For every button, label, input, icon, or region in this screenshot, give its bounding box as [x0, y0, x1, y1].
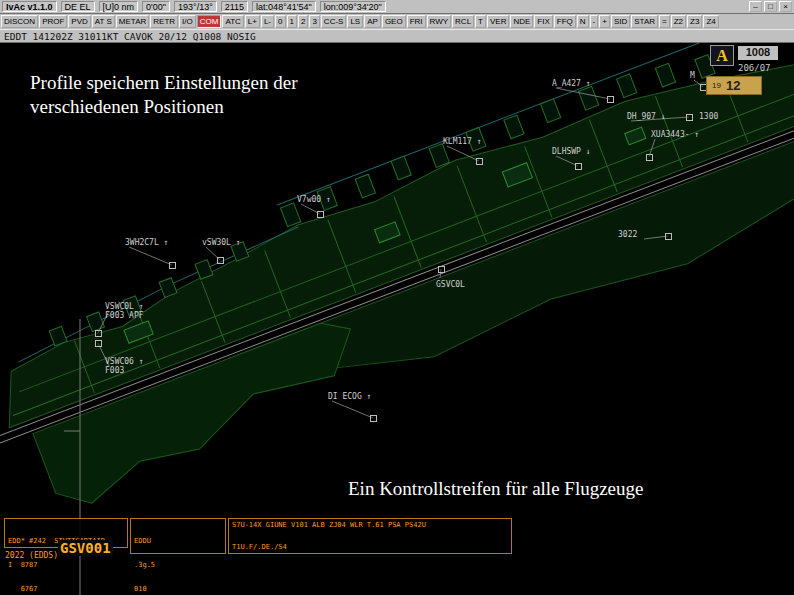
aircraft-label[interactable]: A_A427 ↑: [552, 79, 591, 88]
atis-letter[interactable]: A: [710, 45, 734, 66]
longitude-readout: lon:009°34'20": [320, 1, 386, 12]
aircraft-target[interactable]: [646, 154, 653, 161]
close-button[interactable]: ×: [779, 1, 792, 12]
aircraft-label[interactable]: KLM117 ↑: [443, 137, 482, 146]
aircraft-label[interactable]: VSWC06 ↑F003: [105, 357, 144, 375]
aircraft-target[interactable]: [370, 415, 377, 422]
atis-wind-readout: 206/07: [738, 63, 771, 73]
aircraft-target[interactable]: [607, 96, 614, 103]
aircraft-target[interactable]: [169, 262, 176, 269]
clock-readout: 2115: [221, 1, 248, 12]
toolbar-button-ffq[interactable]: FFQ: [554, 15, 576, 28]
aircraft-label[interactable]: V7w00 ↑: [297, 195, 331, 204]
annotation-profile-line1: Profile speichern Einstellungen der: [30, 71, 298, 95]
strip-route-line: S7U-14X GIUNE V101 ALB ZJ04 WLR T.61 PSA…: [232, 521, 508, 529]
toolbar-button-prof[interactable]: PROF: [39, 15, 67, 28]
aircraft-target[interactable]: [217, 257, 224, 264]
toolbar-button-rwy[interactable]: RWY: [427, 15, 452, 28]
metar-bar: EDDT 141202Z 31011KT CAVOK 20/12 Q1008 N…: [0, 29, 794, 43]
annotation-strip: Ein Kontrollstreifen für alle Flugzeuge: [348, 477, 643, 501]
toolbar-button-atc[interactable]: ATC: [222, 15, 243, 28]
toolbar-button-pvd[interactable]: PVD: [68, 15, 90, 28]
toolbar-button-nde[interactable]: NDE: [510, 15, 533, 28]
runway-temp-box: 19 12: [706, 76, 762, 95]
strip-squawk-readout: 2022 (EDDS): [5, 551, 58, 560]
toolbar-button-z2[interactable]: Z2: [671, 15, 686, 28]
aircraft-target[interactable]: [438, 266, 445, 273]
toolbar-button-z4[interactable]: Z4: [703, 15, 718, 28]
toolbar-button-com[interactable]: COM: [197, 15, 222, 28]
toolbar-button-ap[interactable]: AP: [364, 15, 381, 28]
strip-remarks-line: T1U.F/.DE./S4: [232, 543, 508, 551]
minimize-button[interactable]: –: [749, 1, 762, 12]
annotation-profile-line2: verschiedenen Positionen: [30, 95, 298, 119]
range-readout: [U]0 nm: [99, 1, 139, 12]
maximize-button[interactable]: □: [764, 1, 777, 12]
selected-callsign[interactable]: GSV001: [58, 540, 113, 556]
window-controls: – □ ×: [749, 1, 792, 12]
radar-area[interactable]: A 1008 206/07 19 12 Profile speichern Ei…: [0, 43, 794, 595]
timer-readout: 0'00": [142, 1, 170, 12]
wind-readout: 193°/13°: [174, 1, 217, 12]
aircraft-label[interactable]: XUA3443- ↑: [651, 130, 699, 139]
strip-mid-line2: .3g.5: [134, 561, 222, 569]
flight-strip-clearance[interactable]: EDDU .3g.5 010 .L.S2R: [130, 518, 226, 554]
aircraft-target[interactable]: [476, 158, 483, 165]
aircraft-label[interactable]: 1300: [699, 112, 718, 121]
toolbar-button-retr[interactable]: RETR: [150, 15, 178, 28]
toolbar-button-ats[interactable]: AT S: [92, 15, 115, 28]
station-label: DE EL: [61, 1, 95, 12]
strip-left-line3: 6767: [8, 585, 124, 593]
active-runway: 19: [712, 81, 721, 90]
aircraft-label[interactable]: DH_907 ↓: [627, 112, 666, 121]
toolbar-button-io[interactable]: I/O: [179, 15, 196, 28]
aircraft-label[interactable]: 3WH2C7L ↑: [125, 238, 168, 247]
ivac-window: IvAc v1.1.0 DE EL [U]0 nm 0'00" 193°/13°…: [0, 0, 794, 595]
latitude-readout: lat:048°41'54": [252, 1, 316, 12]
flight-strip-route[interactable]: S7U-14X GIUNE V101 ALB ZJ04 WLR T.61 PSA…: [228, 518, 512, 554]
toolbar: DISCONPROFPVDAT SMETARRETRI/OCOMATCL+L-0…: [0, 14, 794, 29]
toolbar-button-2[interactable]: 2: [298, 15, 308, 28]
toolbar-button-ver[interactable]: VER: [487, 15, 509, 28]
aircraft-target[interactable]: [95, 340, 102, 347]
toolbar-button-discon[interactable]: DISCON: [1, 15, 38, 28]
toolbar-button-ccs[interactable]: CC-S: [321, 15, 347, 28]
toolbar-button-metar[interactable]: METAR: [116, 15, 149, 28]
toolbar-button-0[interactable]: 0: [275, 15, 285, 28]
toolbar-button-l[interactable]: L+: [245, 15, 260, 28]
aircraft-target[interactable]: [317, 211, 324, 218]
strip-mid-line1: EDDU: [134, 537, 222, 545]
toolbar-button-fix[interactable]: FIX: [534, 15, 552, 28]
toolbar-button-3[interactable]: 3: [309, 15, 319, 28]
toolbar-button-[interactable]: -: [590, 15, 599, 28]
toolbar-button-1[interactable]: 1: [287, 15, 297, 28]
toolbar-button-[interactable]: =: [659, 15, 670, 28]
toolbar-button-[interactable]: +: [599, 15, 610, 28]
toolbar-button-l[interactable]: L-: [261, 15, 274, 28]
strip-mid-line3: 010: [134, 585, 222, 593]
aircraft-label[interactable]: M: [690, 71, 695, 80]
aircraft-target[interactable]: [575, 163, 582, 170]
aircraft-label[interactable]: DI ECOG ↑: [328, 392, 371, 401]
toolbar-button-n[interactable]: N: [577, 15, 589, 28]
toolbar-button-fri[interactable]: FRI: [407, 15, 426, 28]
toolbar-button-rcl[interactable]: RCL: [452, 15, 474, 28]
annotation-profile: Profile speichern Einstellungen der vers…: [30, 71, 298, 119]
aircraft-label[interactable]: DLHSWP ↓: [552, 147, 591, 156]
qnh-readout: 1008: [738, 46, 778, 60]
titlebar: IvAc v1.1.0 DE EL [U]0 nm 0'00" 193°/13°…: [0, 0, 794, 14]
app-title: IvAc v1.1.0: [2, 1, 57, 12]
toolbar-button-star[interactable]: STAR: [631, 15, 658, 28]
toolbar-button-t[interactable]: T: [475, 15, 486, 28]
aircraft-label[interactable]: 3022: [618, 230, 637, 239]
aircraft-target[interactable]: [686, 114, 693, 121]
aircraft-label[interactable]: VSWC0L ↑F003 APF: [105, 302, 144, 320]
aircraft-label[interactable]: vSW30L ↑: [202, 238, 241, 247]
toolbar-button-sid[interactable]: SID: [611, 15, 630, 28]
toolbar-button-geo[interactable]: GEO: [382, 15, 406, 28]
aircraft-target[interactable]: [95, 330, 102, 337]
toolbar-button-ls[interactable]: LS: [347, 15, 363, 28]
aircraft-target[interactable]: [665, 233, 672, 240]
aircraft-label[interactable]: GSVC0L: [436, 280, 465, 289]
toolbar-button-z3[interactable]: Z3: [687, 15, 702, 28]
